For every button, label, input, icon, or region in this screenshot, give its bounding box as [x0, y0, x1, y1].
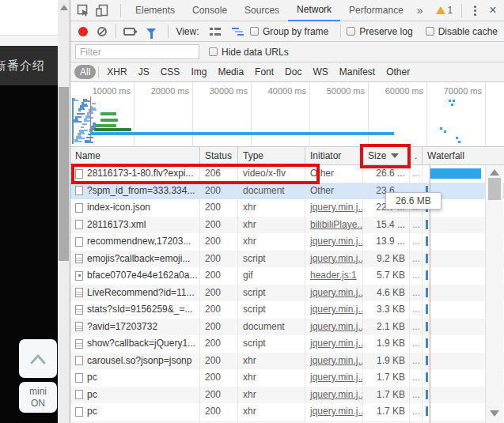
column-header-time[interactable]: . [410, 147, 423, 164]
table-row[interactable]: LiveRecommend?id=11... 200 script jquery… [70, 285, 504, 302]
request-initiator[interactable]: jquery.min.j... [305, 421, 363, 423]
table-row[interactable]: bg?f=0%&h=1608&wid... 200 xhr jquery.min… [70, 421, 504, 423]
column-header-waterfall[interactable]: Waterfall [423, 147, 504, 164]
capture-screenshots-icon[interactable] [123, 28, 136, 36]
waterfall-view-icon[interactable] [232, 27, 244, 36]
request-size: 5.7 KB [363, 267, 410, 285]
timeline-gridline [426, 82, 427, 146]
request-initiator[interactable]: jquery.min.j... [305, 353, 363, 370]
timeline-request-mark [75, 118, 78, 119]
scroll-to-top-button[interactable] [19, 339, 57, 378]
request-time: ... [410, 285, 423, 302]
timeline-long-request-bar [90, 132, 394, 135]
timeline-request-mark [85, 142, 93, 143]
request-time: ... [410, 165, 423, 183]
type-filter-css[interactable]: CSS [155, 65, 186, 79]
scrollbar-up-arrow-icon[interactable] [490, 169, 499, 176]
table-row[interactable]: pc 200 xhr jquery.min.j... 1.7 KB ... [70, 387, 504, 404]
request-initiator[interactable]: jquery.min.j... [305, 335, 363, 353]
request-initiator[interactable]: jquery.min.j... [305, 301, 363, 319]
table-row[interactable]: stats?sId=9156259&_=... 200 script jquer… [70, 301, 504, 319]
table-row[interactable]: 28116173-1-80.flv?expi... 206 video/x-fl… [70, 165, 504, 183]
filter-input[interactable] [75, 44, 199, 59]
request-size: 3.3 KB [363, 301, 410, 319]
view-label: View: [176, 26, 199, 37]
request-name: bface0707e4e4e162a0a... [87, 267, 197, 284]
table-row[interactable]: pc 200 xhr jquery.min.j... 1.7 KB ... [70, 369, 504, 387]
type-filter-manifest[interactable]: Manifest [334, 65, 381, 79]
waterfall-tick [426, 288, 428, 297]
request-size: 13.9 ... [363, 233, 410, 251]
table-row[interactable]: emojis?callback=emoji... 200 script jque… [70, 251, 504, 268]
tab-performance[interactable]: Performance [340, 0, 412, 21]
filter-funnel-icon[interactable] [146, 28, 156, 34]
page-scrollbar[interactable] [58, 0, 70, 423]
request-type: script [238, 335, 305, 353]
request-initiator[interactable]: jquery.min.j... [305, 403, 363, 421]
tab-console[interactable]: Console [184, 0, 236, 21]
console-warning-badge[interactable]: 1 [433, 5, 457, 16]
table-row[interactable]: 28116173.xml 200 xhr bilibiliPlaye... 15… [70, 217, 504, 234]
column-header-type[interactable]: Type [238, 147, 305, 164]
tab-network[interactable]: Network [288, 0, 340, 21]
table-row[interactable]: carousel.so?jsonp=jsonp 200 xhr jquery.m… [70, 353, 504, 370]
table-row[interactable]: bface0707e4e4e162a0a... 200 gif header.j… [70, 267, 504, 285]
mini-player-toggle[interactable]: mini ON [19, 382, 57, 413]
type-filter-all[interactable]: All [74, 65, 96, 79]
request-initiator[interactable]: jquery.min.j... [305, 199, 363, 217]
request-type: xhr [238, 387, 305, 404]
hide-data-urls-checkbox[interactable] [209, 47, 218, 56]
preserve-log-checkbox[interactable] [347, 27, 355, 36]
type-filter-other[interactable]: Other [381, 65, 415, 79]
type-filter-media[interactable]: Media [212, 65, 249, 79]
type-filter-js[interactable]: JS [133, 65, 155, 79]
group-by-frame-checkbox[interactable] [250, 27, 259, 36]
request-status: 200 [200, 335, 238, 353]
type-filter-ws[interactable]: WS [307, 65, 333, 79]
page-top-area [0, 0, 58, 35]
devtools-menu-icon[interactable] [468, 6, 483, 16]
request-initiator[interactable]: jquery.min.j... [305, 285, 363, 302]
table-row[interactable]: ?avid=17203732 200 document jquery.min.j… [70, 319, 504, 336]
inspect-element-icon[interactable] [77, 4, 89, 17]
timeline-tick-label: 60000 ms [373, 86, 423, 96]
scrollbar-down-arrow-icon[interactable] [490, 410, 499, 417]
timeline-gridline [368, 82, 369, 146]
table-row[interactable]: recommendnew,17203... 200 xhr jquery.min… [70, 233, 504, 251]
request-initiator[interactable]: jquery.min.j... [305, 233, 363, 251]
waterfall-tick [426, 270, 428, 280]
request-initiator[interactable]: bilibiliPlaye... [305, 217, 363, 234]
more-tabs-icon[interactable]: » [412, 4, 428, 17]
table-row[interactable]: pc 200 xhr jquery.min.j... 1.7 KB ... [70, 403, 504, 421]
page-scrollbar-thumb[interactable] [59, 87, 69, 261]
column-header-size[interactable]: Size [363, 147, 410, 164]
column-header-status[interactable]: Status [200, 147, 238, 164]
list-view-icon[interactable] [210, 27, 222, 36]
record-icon[interactable] [78, 27, 88, 36]
type-filter-img[interactable]: Img [185, 65, 212, 79]
request-initiator[interactable]: header.js:1 [305, 267, 363, 285]
scrollbar-up-arrow-icon[interactable] [60, 5, 68, 10]
network-overview-timeline[interactable]: 10000 ms20000 ms30000 ms40000 ms50000 ms… [70, 82, 504, 147]
request-initiator[interactable]: jquery.min.j... [305, 319, 363, 336]
column-header-name[interactable]: Name [70, 147, 200, 164]
request-initiator[interactable]: jquery.min.j... [305, 387, 363, 404]
request-time: ... [410, 251, 423, 268]
table-scrollbar[interactable] [485, 165, 503, 423]
column-header-initiator[interactable]: Initiator [305, 147, 363, 164]
tab-elements[interactable]: Elements [127, 0, 184, 21]
disable-cache-checkbox[interactable] [426, 27, 434, 36]
close-icon[interactable]: × [483, 3, 502, 17]
request-initiator[interactable]: jquery.min.j... [305, 369, 363, 387]
request-name: ?avid=17203732 [87, 319, 157, 335]
type-filter-xhr[interactable]: XHR [101, 65, 132, 79]
request-name: stats?sId=9156259&_=... [87, 301, 192, 318]
device-toolbar-icon[interactable] [96, 4, 108, 17]
type-filter-doc[interactable]: Doc [279, 65, 307, 79]
clear-icon[interactable] [97, 27, 107, 36]
request-initiator[interactable]: jquery.min.j... [305, 251, 363, 268]
table-row[interactable]: show?callback=jQuery1... 200 script jque… [70, 335, 504, 353]
table-scrollbar-thumb[interactable] [488, 178, 501, 200]
tab-sources[interactable]: Sources [236, 0, 288, 21]
type-filter-font[interactable]: Font [249, 65, 279, 79]
